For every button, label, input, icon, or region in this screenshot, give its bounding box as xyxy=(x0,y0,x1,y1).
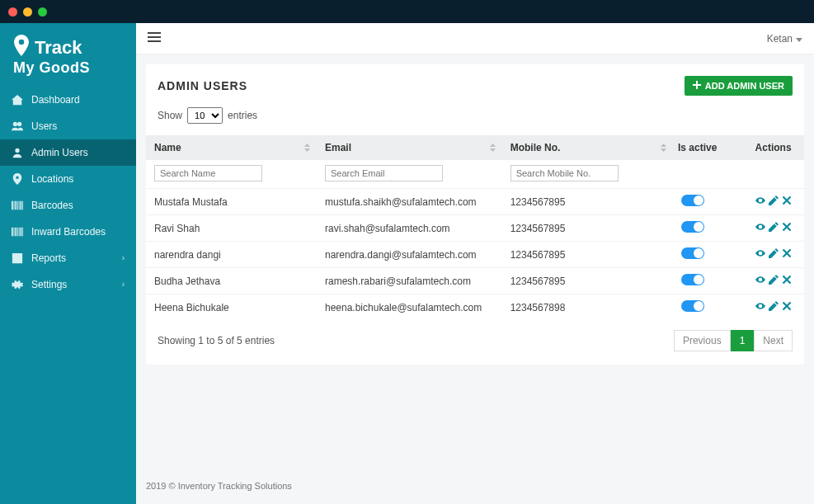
table-row: Budha Jethavaramesh.rabari@sufalamtech.c… xyxy=(146,268,804,294)
sidebar-item-label: Inward Barcodes xyxy=(31,226,106,238)
page-title: ADMIN USERS xyxy=(158,79,247,92)
pager-page-1[interactable]: 1 xyxy=(731,330,755,351)
gear-icon xyxy=(12,279,23,290)
add-button-label: ADD ADMIN USER xyxy=(705,81,784,91)
chevron-right-icon: › xyxy=(122,280,125,289)
add-admin-user-button[interactable]: ADD ADMIN USER xyxy=(685,76,793,96)
active-toggle[interactable] xyxy=(681,300,704,312)
active-toggle[interactable] xyxy=(681,195,704,206)
cell-email: ravi.shah@sufalamtech.com xyxy=(317,215,502,242)
sidebar-nav: DashboardUsersAdmin UsersLocationsBarcod… xyxy=(0,87,136,298)
cell-name: Budha Jethava xyxy=(146,268,317,294)
cell-name: Mustafa Mustafa xyxy=(146,189,317,215)
sidebar-item-label: Barcodes xyxy=(31,200,73,211)
cell-email: heena.bichukale@sufalamtech.com xyxy=(317,294,502,321)
cell-email: narendra.dangi@sufalamtech.com xyxy=(317,242,502,268)
edit-action[interactable] xyxy=(769,222,779,234)
table-length-control: Show 10 entries xyxy=(146,104,804,135)
pager-prev-button[interactable]: Previous xyxy=(674,330,731,351)
sidebar-item-locations[interactable]: Locations xyxy=(0,166,136,192)
pager-next-button[interactable]: Next xyxy=(754,330,793,351)
admin-users-table: Name Email xyxy=(146,135,804,320)
person-icon xyxy=(12,147,23,158)
cell-email: mustufa.shaikh@sufalamtech.com xyxy=(317,189,502,215)
column-header-name[interactable]: Name xyxy=(146,135,317,160)
window-minimize-dot[interactable] xyxy=(23,7,32,16)
edit-action[interactable] xyxy=(769,275,779,287)
sidebar-item-reports[interactable]: Reports› xyxy=(0,245,136,271)
cell-mobile: 1234567895 xyxy=(502,215,673,242)
delete-action[interactable] xyxy=(782,195,792,208)
filter-email-input[interactable] xyxy=(325,165,443,181)
table-info: Showing 1 to 5 of 5 entries xyxy=(158,335,275,346)
plus-icon xyxy=(693,81,701,91)
edit-action[interactable] xyxy=(769,195,779,208)
view-action[interactable] xyxy=(755,195,765,208)
sidebar-item-label: Settings xyxy=(31,279,67,290)
delete-action[interactable] xyxy=(782,275,792,287)
show-label-pre: Show xyxy=(158,110,182,121)
sidebar-item-inward-barcodes[interactable]: Inward Barcodes xyxy=(0,219,136,245)
filter-mobile-input[interactable] xyxy=(511,165,619,181)
edit-action[interactable] xyxy=(769,248,779,261)
delete-action[interactable] xyxy=(782,301,792,313)
show-label-post: entries xyxy=(228,110,257,121)
sort-icon xyxy=(661,144,666,153)
home-icon xyxy=(12,94,23,106)
sidebar-item-barcodes[interactable]: Barcodes xyxy=(0,192,136,219)
cell-mobile: 1234567895 xyxy=(502,242,673,268)
barcode-icon xyxy=(12,200,23,211)
sort-icon xyxy=(490,144,496,153)
view-action[interactable] xyxy=(755,275,765,287)
delete-action[interactable] xyxy=(782,222,792,234)
logo-line-1: Track xyxy=(35,38,82,58)
sidebar-item-admin-users[interactable]: Admin Users xyxy=(0,139,136,166)
pin-icon xyxy=(12,173,23,185)
page-size-select[interactable]: 10 xyxy=(187,107,223,124)
main-area: Ketan ADMIN USERS ADD ADMIN USER xyxy=(136,23,814,504)
window-close-dot[interactable] xyxy=(8,7,17,16)
table-pager: Previous 1 Next xyxy=(674,330,793,351)
cell-name: Ravi Shah xyxy=(146,215,317,242)
cell-name: Heena Bichukale xyxy=(146,294,317,321)
edit-action[interactable] xyxy=(769,301,779,313)
column-header-mobile[interactable]: Mobile No. xyxy=(502,135,673,160)
cell-actions xyxy=(742,294,804,321)
sidebar: Track My GoodS DashboardUsersAdmin Users… xyxy=(0,23,136,504)
sidebar-item-settings[interactable]: Settings› xyxy=(0,271,136,298)
cell-mobile: 1234567895 xyxy=(502,268,673,294)
sidebar-item-users[interactable]: Users xyxy=(0,113,136,139)
cell-name: narendra dangi xyxy=(146,242,317,268)
cell-active xyxy=(673,215,742,242)
filter-name-input[interactable] xyxy=(154,165,262,181)
view-action[interactable] xyxy=(755,222,765,234)
column-header-email[interactable]: Email xyxy=(317,135,502,160)
table-row: narendra danginarendra.dangi@sufalamtech… xyxy=(146,242,804,268)
pin-icon xyxy=(13,35,30,60)
window-zoom-dot[interactable] xyxy=(38,7,47,16)
current-user-menu[interactable]: Ketan xyxy=(767,33,802,45)
cell-actions xyxy=(742,215,804,242)
column-header-actions: Actions xyxy=(742,135,804,160)
active-toggle[interactable] xyxy=(681,247,704,259)
report-icon xyxy=(12,252,23,264)
sidebar-item-label: Dashboard xyxy=(31,94,80,106)
sidebar-item-label: Admin Users xyxy=(31,147,88,158)
delete-action[interactable] xyxy=(782,248,792,261)
view-action[interactable] xyxy=(755,301,765,313)
footer-text: 2019 © Inventory Tracking Solutions xyxy=(146,476,804,494)
cell-actions xyxy=(742,189,804,215)
cell-email: ramesh.rabari@sufalamtech.com xyxy=(317,268,502,294)
active-toggle[interactable] xyxy=(681,274,704,285)
cell-actions xyxy=(742,242,804,268)
sidebar-item-label: Reports xyxy=(31,252,66,264)
toggle-sidebar-button[interactable] xyxy=(148,32,161,45)
cell-mobile: 1234567895 xyxy=(502,189,673,215)
active-toggle[interactable] xyxy=(681,221,704,233)
logo-line-2: My GoodS xyxy=(13,60,123,77)
sidebar-item-dashboard[interactable]: Dashboard xyxy=(0,87,136,113)
view-action[interactable] xyxy=(755,248,765,261)
users-icon xyxy=(12,120,23,132)
current-user-name: Ketan xyxy=(767,33,793,45)
topbar: Ketan xyxy=(136,23,814,54)
